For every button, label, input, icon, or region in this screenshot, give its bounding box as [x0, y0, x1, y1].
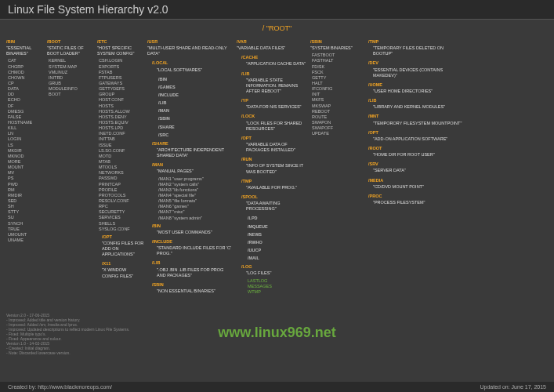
list-item: BOOT: [47, 92, 94, 97]
home-desc: "USER HOME DIRECTORIES": [373, 89, 462, 94]
list-item: ECHO: [6, 97, 44, 103]
diagram: / "ROOT" /BIN "ESSENTIAL BINARIES" CATCH…: [0, 20, 554, 372]
etc-opt-desc: "CONFIG FILES FOR ADD ON APPLICATIONS": [102, 241, 144, 257]
list-item: CHOWN: [6, 75, 44, 81]
list-item: /MAN2 "system calls": [157, 182, 234, 187]
usr-bin-desc: "MOST USER COMMANDS": [157, 230, 234, 235]
list-item: /LPD: [246, 216, 307, 221]
ropt-header: /OPT: [368, 130, 462, 136]
footer: Created by: http://www.blackmoreops.com/…: [0, 382, 554, 392]
rlib-header: /LIB: [368, 98, 462, 103]
list-item: UMOUNT: [6, 232, 44, 238]
list-item: /MAN3 "lib functions": [157, 187, 234, 193]
etc-opt-header: /OPT: [102, 234, 144, 240]
watermark: www.linux969.net: [218, 325, 335, 341]
list-item: CAT: [6, 58, 44, 64]
usr-share-header: /SHARE: [152, 141, 234, 147]
list-item: MESSAGES: [246, 284, 307, 289]
list-item: SWAPON: [310, 120, 365, 125]
list-item: HOSTS: [97, 103, 144, 109]
list-item: RPC: [97, 204, 144, 209]
footer-right: Updated on: June 17, 2015: [480, 384, 546, 390]
list-item: MKSWAP: [310, 103, 365, 109]
var-yp-desc: "DATA FOR NIS SERVICES": [246, 104, 307, 110]
usr-desc: "MULTI-USER SHARE AND READ-ONLY DATA": [147, 45, 234, 56]
list-item: GROUP: [97, 92, 144, 97]
list-item: SERVICES: [97, 215, 144, 220]
list-item: LOGIN: [6, 136, 44, 142]
usr-include-desc: "STANDARD INCLUDE FILES FOR 'C' PROG.": [157, 245, 234, 256]
list-item: PS: [6, 176, 44, 181]
var-tmp-header: /TMP: [241, 179, 307, 184]
usr-sbin-header: /SBIN: [152, 282, 234, 288]
mnt-header: /MNT: [368, 114, 462, 119]
list-item: CHMOD: [6, 70, 44, 75]
page-title: Linux File System Hierarchy v2.0: [0, 0, 554, 20]
list-item: /LIB: [157, 100, 234, 106]
list-item: MKDIR: [6, 148, 44, 154]
var-yp-header: /YP: [241, 98, 307, 103]
etc-desc: "HOST SPECIFIC SYSTEM CONFIG": [97, 45, 144, 56]
list-item: /SBIN: [157, 116, 234, 122]
list-item: ISSUE: [97, 143, 144, 148]
var-spool-list: /LPD/MQUEUE/NEWS/RWHO/UUCP/MAIL: [246, 213, 307, 262]
boot-header: /BOOT: [47, 39, 94, 45]
list-item: HOSTS.EQUIV: [97, 120, 144, 125]
list-item: MORE: [6, 159, 44, 165]
list-item: SU: [6, 215, 44, 220]
list-item: MODULEINFO: [47, 86, 94, 92]
var-lock-desc: "LOCK FILES FOR SHARED RESOURCES": [246, 121, 307, 132]
bin-list: CATCHGRPCHMODCHOWNCPDATADDECHODFDMESGFAL…: [6, 58, 44, 243]
list-item: GETTYDEFS: [97, 86, 144, 92]
list-item: GATEWAYS: [97, 81, 144, 86]
bin-desc: "ESSENTIAL BINARIES": [6, 45, 44, 56]
list-item: PRINTCAP: [97, 182, 144, 187]
var-run-header: /RUN: [241, 157, 307, 162]
col-etc: /ETC "HOST SPECIFIC SYSTEM CONFIG" CSH.L…: [97, 37, 144, 296]
list-item: GRUB: [47, 81, 94, 86]
list-item: PROFILE: [97, 187, 144, 193]
tmp-header: /TMP: [368, 39, 462, 45]
usr-local-list: /BIN/GAMES/INCLUDE/LIB/MAN/SBIN/SHARE/SR…: [157, 74, 234, 139]
list-item: /SHARE: [157, 125, 234, 130]
list-item: CHGRP: [6, 64, 44, 70]
rroot-header: /ROOT: [368, 146, 462, 151]
usr-local-header: /LOCAL: [152, 60, 234, 66]
list-item: KILL: [6, 125, 44, 131]
list-item: CSH.LOGIN: [97, 58, 144, 64]
list-item: PROTOCOLS: [97, 193, 144, 198]
list-item: HOSTS.ALLOW: [97, 109, 144, 114]
list-item: /MAN5 "file formats": [157, 198, 234, 204]
list-item: FASTHALT: [310, 58, 365, 64]
list-item: DATA: [6, 86, 44, 92]
sbin-desc: "SYSTEM BINARIES": [310, 45, 365, 51]
list-item: WTMP: [246, 289, 307, 295]
list-item: MV: [6, 170, 44, 176]
list-item: UPDATE: [310, 131, 365, 136]
list-item: EXPORTS: [97, 64, 144, 70]
usr-bin-header: /BIN: [152, 223, 234, 229]
col-right: /TMP "TEMPORARY FILES DELETED ON BOOTUP"…: [368, 37, 462, 296]
var-log-header: /LOG: [241, 264, 307, 270]
list-item: /MAN6 "games": [157, 204, 234, 209]
list-item: /MAIL: [246, 256, 307, 261]
etc-x11-desc: "X WINDOW CONFIG FILES": [102, 267, 144, 278]
list-item: REBOOT: [310, 109, 365, 114]
footer-left: Created by: http://www.blackmoreops.com/: [8, 384, 112, 390]
list-item: LASTLOG: [246, 278, 307, 284]
var-header: /VAR: [237, 39, 307, 45]
usr-share-desc: "ARCHITECTURE INDEPENDENT SHARED DATA": [157, 147, 234, 158]
list-item: INITTAB: [97, 136, 144, 142]
mnt-desc: "TEMPORORY FILESYSTEM MOUNTPOINT": [373, 121, 462, 126]
list-item: RM: [6, 187, 44, 193]
list-item: HOSTS.LPD: [97, 125, 144, 131]
srv-header: /SRV: [368, 162, 462, 167]
usr-local-desc: "LOCAL SOFTWARES": [157, 67, 234, 73]
var-lock-header: /LOCK: [241, 114, 307, 119]
dev-header: /DEV: [368, 60, 462, 66]
list-item: /INCLUDE: [157, 93, 234, 98]
list-item: /UUCP: [246, 248, 307, 253]
list-item: MKNOD: [6, 154, 44, 159]
list-item: HOSTNAME: [6, 120, 44, 125]
usr-man-header: /MAN: [152, 162, 234, 168]
